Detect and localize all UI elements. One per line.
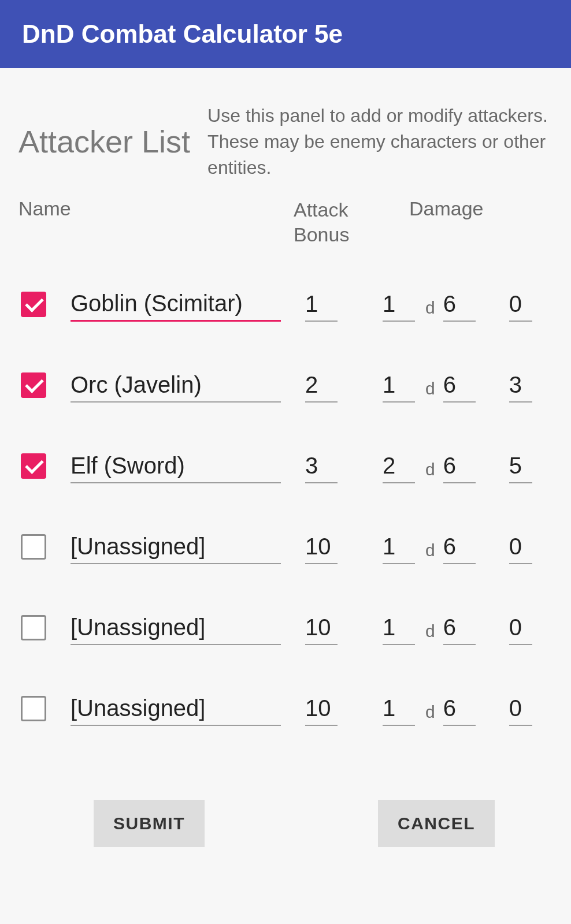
dice-separator: d [425, 291, 435, 318]
checkbox-wrap [18, 534, 71, 560]
dice-count-input[interactable] [383, 530, 415, 564]
attacker-name-input[interactable] [71, 287, 281, 322]
damage-bonus-input[interactable] [509, 611, 532, 645]
dice-sides-input[interactable] [443, 449, 476, 483]
dice-separator: d [425, 372, 435, 398]
damage-bonus-input[interactable] [509, 288, 532, 322]
attacker-rows: dddddd [18, 264, 559, 749]
attacker-row: d [18, 426, 559, 506]
attacker-enabled-checkbox[interactable] [21, 372, 46, 398]
checkbox-wrap [18, 615, 71, 640]
attacker-name-input[interactable] [71, 530, 281, 564]
cancel-button[interactable]: CANCEL [378, 800, 495, 847]
submit-button[interactable]: SUBMIT [94, 800, 205, 847]
main-content: Attacker List Use this panel to add or m… [0, 68, 571, 847]
section-description: Use this panel to add or modify attacker… [207, 103, 559, 180]
attacker-enabled-checkbox[interactable] [21, 292, 46, 317]
dice-separator: d [425, 534, 435, 560]
dice-separator: d [425, 453, 435, 479]
dice-count-input[interactable] [383, 368, 415, 403]
attacker-row: d [18, 264, 559, 345]
section-title: Attacker List [18, 124, 190, 159]
attack-bonus-input[interactable] [305, 611, 338, 645]
attack-bonus-input[interactable] [305, 368, 338, 403]
dice-sides-input[interactable] [443, 288, 476, 322]
app-title: DnD Combat Calculator 5e [22, 20, 343, 49]
attack-bonus-input[interactable] [305, 530, 338, 564]
column-headers: Name Attack Bonus Damage [18, 198, 559, 247]
attack-bonus-input[interactable] [305, 288, 338, 322]
dice-count-input[interactable] [383, 449, 415, 483]
damage-bonus-input[interactable] [509, 530, 532, 564]
attack-bonus-input[interactable] [305, 449, 338, 483]
dice-sides-input[interactable] [443, 530, 476, 564]
section-header: Attacker List Use this panel to add or m… [18, 103, 559, 180]
dice-sides-input[interactable] [443, 611, 476, 645]
checkbox-wrap [18, 372, 71, 398]
attacker-name-input[interactable] [71, 611, 281, 645]
dice-sides-input[interactable] [443, 692, 476, 726]
app-bar: DnD Combat Calculator 5e [0, 0, 571, 68]
column-header-name: Name [18, 198, 294, 247]
checkbox-wrap [18, 453, 71, 479]
attacker-row: d [18, 506, 559, 587]
attacker-row: d [18, 345, 559, 426]
attacker-name-input[interactable] [71, 368, 281, 403]
damage-bonus-input[interactable] [509, 449, 532, 483]
column-header-damage: Damage [409, 198, 559, 247]
dice-sides-input[interactable] [443, 368, 476, 403]
damage-bonus-input[interactable] [509, 368, 532, 403]
checkbox-wrap [18, 292, 71, 317]
checkbox-wrap [18, 696, 71, 721]
dice-count-input[interactable] [383, 692, 415, 726]
attacker-row: d [18, 587, 559, 668]
dice-count-input[interactable] [383, 611, 415, 645]
attack-bonus-input[interactable] [305, 692, 338, 726]
attacker-name-input[interactable] [71, 449, 281, 483]
dice-count-input[interactable] [383, 288, 415, 322]
attacker-enabled-checkbox[interactable] [21, 696, 46, 721]
dice-separator: d [425, 614, 435, 641]
attacker-enabled-checkbox[interactable] [21, 615, 46, 640]
damage-bonus-input[interactable] [509, 692, 532, 726]
attacker-name-input[interactable] [71, 692, 281, 726]
attacker-row: d [18, 668, 559, 749]
button-row: SUBMIT CANCEL [18, 800, 559, 847]
attacker-enabled-checkbox[interactable] [21, 534, 46, 560]
dice-separator: d [425, 695, 435, 722]
attacker-enabled-checkbox[interactable] [21, 453, 46, 479]
column-header-attack: Attack Bonus [294, 198, 409, 247]
